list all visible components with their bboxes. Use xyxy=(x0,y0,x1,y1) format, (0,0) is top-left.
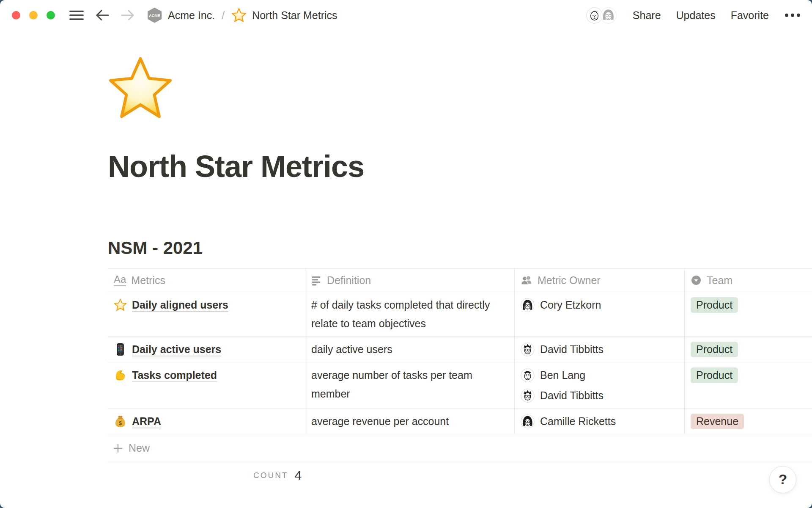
breadcrumb-separator: / xyxy=(222,9,225,22)
metric-page-link: Daily aligned users xyxy=(132,295,228,314)
new-row-label: New xyxy=(129,442,150,454)
column-header-team[interactable]: Team xyxy=(685,269,812,292)
owner-cell[interactable]: Camille Ricketts xyxy=(515,409,685,434)
team-tag: Product xyxy=(691,342,738,357)
table-row: Tasks completed average number of tasks … xyxy=(108,362,812,409)
svg-text:$: $ xyxy=(119,420,122,426)
owner-cell[interactable]: David Tibbitts xyxy=(515,337,685,362)
avatar-user-2[interactable] xyxy=(599,6,617,25)
column-header-definition[interactable]: Definition xyxy=(305,269,515,292)
owner-name: Cory Etzkorn xyxy=(540,295,601,314)
metric-page-link: ARPA xyxy=(132,412,161,431)
flexed-biceps-icon xyxy=(114,369,127,382)
presence-avatars xyxy=(585,6,617,25)
more-options-icon[interactable] xyxy=(784,13,801,17)
team-cell[interactable]: Revenue xyxy=(685,409,812,434)
back-arrow-icon[interactable] xyxy=(95,9,110,21)
avatar-david xyxy=(521,389,535,403)
breadcrumb-page-title: North Star Metrics xyxy=(252,9,337,22)
metric-cell-tasks-completed[interactable]: Tasks completed xyxy=(108,362,305,408)
owner-name: Ben Lang xyxy=(540,366,585,384)
zoom-window-button[interactable] xyxy=(47,11,55,19)
help-button[interactable]: ? xyxy=(769,466,796,493)
money-bag-icon: $ xyxy=(114,415,127,428)
table-row: Daily aligned users # of daily tasks com… xyxy=(108,292,812,337)
definition-cell[interactable]: average number of tasks per team member xyxy=(305,362,515,408)
metric-page-link: Tasks completed xyxy=(132,366,217,384)
team-cell[interactable]: Product xyxy=(685,362,812,408)
definition-cell[interactable]: daily active users xyxy=(305,337,515,362)
metric-cell-arpa[interactable]: $ ARPA xyxy=(108,409,305,434)
table-header-row: Aa Metrics Definition xyxy=(108,268,812,292)
owner-name: David Tibbitts xyxy=(540,386,604,405)
section-heading[interactable]: NSM - 2021 xyxy=(108,238,812,258)
page-title[interactable]: North Star Metrics xyxy=(108,149,812,184)
table-footer-count[interactable]: COUNT 4 xyxy=(108,462,812,489)
breadcrumb-page[interactable]: North Star Metrics xyxy=(231,8,337,23)
team-tag: Product xyxy=(691,297,738,313)
forward-arrow-icon[interactable] xyxy=(121,9,135,21)
people-icon xyxy=(521,275,532,286)
column-header-metrics[interactable]: Aa Metrics xyxy=(108,269,305,292)
new-row-button[interactable]: New xyxy=(108,434,812,462)
table-row: Daily active users daily active users xyxy=(108,337,812,362)
page-content: North Star Metrics NSM - 2021 Aa Metrics xyxy=(0,56,812,489)
count-label: COUNT xyxy=(253,471,288,480)
acme-logo-icon: ACME xyxy=(147,7,162,24)
column-header-metric-owner[interactable]: Metric Owner xyxy=(515,269,685,292)
favorite-button[interactable]: Favorite xyxy=(731,9,769,22)
table-row: $ ARPA average revenue per account xyxy=(108,409,812,434)
metrics-table: Aa Metrics Definition xyxy=(108,268,812,489)
notion-window: ACME Acme Inc. / North Star Metrics xyxy=(0,0,812,508)
mobile-phone-icon xyxy=(114,343,127,356)
owner-name: Camille Ricketts xyxy=(540,412,616,431)
breadcrumb-workspace[interactable]: ACME Acme Inc. xyxy=(147,7,215,24)
definition-cell[interactable]: # of daily tasks completed that directly… xyxy=(305,292,515,336)
owner-cell[interactable]: Cory Etzkorn xyxy=(515,292,685,336)
metric-cell-daily-aligned-users[interactable]: Daily aligned users xyxy=(108,292,305,336)
metric-cell-daily-active-users[interactable]: Daily active users xyxy=(108,337,305,362)
updates-button[interactable]: Updates xyxy=(676,9,716,22)
owner-name: David Tibbitts xyxy=(540,340,604,359)
page-icon-star[interactable] xyxy=(108,56,173,121)
sidebar-menu-icon[interactable] xyxy=(69,10,84,21)
breadcrumb: ACME Acme Inc. / North Star Metrics xyxy=(147,7,337,24)
avatar-ben xyxy=(521,368,535,382)
question-mark-icon: ? xyxy=(779,472,787,488)
team-tag: Product xyxy=(691,367,738,383)
traffic-lights xyxy=(12,11,55,19)
team-tag: Revenue xyxy=(691,414,744,429)
top-bar: ACME Acme Inc. / North Star Metrics xyxy=(0,0,812,30)
close-window-button[interactable] xyxy=(12,11,20,19)
minimize-window-button[interactable] xyxy=(29,11,38,19)
avatar-camille xyxy=(521,414,535,428)
star-icon xyxy=(231,8,247,23)
definition-cell[interactable]: average revenue per account xyxy=(305,409,515,434)
owner-cell[interactable]: Ben Lang David Tibbitts xyxy=(515,362,685,408)
select-property-icon xyxy=(691,275,702,286)
topbar-actions: Share Updates Favorite xyxy=(585,6,801,25)
metric-page-link: Daily active users xyxy=(132,340,221,359)
svg-text:ACME: ACME xyxy=(149,14,160,18)
count-value: 4 xyxy=(295,468,302,483)
team-cell[interactable]: Product xyxy=(685,292,812,336)
text-property-icon: Aa xyxy=(114,274,126,286)
workspace-name: Acme Inc. xyxy=(168,9,215,22)
team-cell[interactable]: Product xyxy=(685,337,812,362)
share-button[interactable]: Share xyxy=(633,9,661,22)
plus-icon xyxy=(113,443,123,453)
star-icon xyxy=(114,298,127,312)
text-lines-icon xyxy=(311,275,322,286)
avatar-cory xyxy=(521,298,535,312)
avatar-david xyxy=(521,342,535,356)
